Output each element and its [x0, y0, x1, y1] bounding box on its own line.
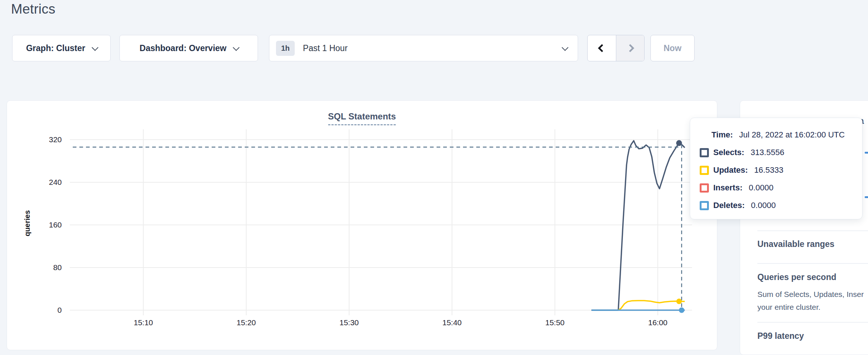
metrics-page: Metrics Graph: Cluster Dashboard: Overvi… — [0, 0, 868, 355]
time-range-selector[interactable]: 1h Past 1 Hour — [269, 35, 578, 61]
sidebar-divider — [757, 322, 868, 323]
x-tick-label: 16:00 — [632, 318, 684, 327]
x-tick-label: 15:30 — [323, 318, 375, 327]
x-tick-label: 15:40 — [426, 318, 478, 327]
prev-time-window-button[interactable] — [588, 35, 616, 61]
page-title: Metrics — [11, 1, 55, 17]
sidebar-divider — [757, 263, 868, 264]
tooltip-series-value: 16.5333 — [754, 165, 783, 175]
tooltip-time-row: Time: Jul 28, 2022 at 16:02:00 UTC — [700, 126, 862, 144]
time-window-nav — [587, 35, 645, 61]
time-range-label: Past 1 Hour — [303, 43, 347, 53]
dashboard-dropdown-label: Dashboard: Overview — [140, 43, 226, 53]
sql-statements-chart-card — [7, 100, 717, 350]
chevron-right-icon — [626, 44, 635, 53]
tooltip-series-label: Deletes: — [713, 201, 745, 210]
y-tick-label: 0 — [21, 305, 62, 316]
time-range-badge: 1h — [276, 41, 295, 56]
y-tick-label: 320 — [21, 134, 62, 145]
chevron-down-icon — [92, 44, 98, 51]
tooltip-series-value: 0.0000 — [751, 201, 776, 210]
next-time-window-button[interactable] — [616, 35, 644, 61]
x-tick-label: 15:10 — [118, 318, 169, 327]
y-tick-label: 240 — [21, 177, 62, 188]
chevron-down-icon — [233, 44, 240, 51]
chart-hover-tooltip: Time: Jul 28, 2022 at 16:02:00 UTC Selec… — [690, 118, 862, 219]
tooltip-series-label: Selects: — [713, 148, 744, 157]
deletes-legend-swatch-icon — [700, 201, 709, 210]
updates-legend-swatch-icon — [700, 166, 709, 175]
sidebar-description-line: Sum of Selects, Updates, Inser — [757, 290, 864, 299]
tooltip-series-row: Selects: 313.5556 — [700, 144, 862, 161]
tooltip-series-row: Inserts: 0.0000 — [700, 179, 862, 197]
graph-scope-dropdown-label: Graph: Cluster — [26, 43, 85, 53]
chevron-down-icon — [562, 44, 568, 51]
tooltip-time-value: Jul 28, 2022 at 16:02:00 UTC — [739, 130, 844, 140]
sidebar-heading-unavailable-ranges: Unavailable ranges — [757, 239, 835, 249]
now-button[interactable]: Now — [650, 35, 695, 61]
sidebar-heading-queries-per-second: Queries per second — [757, 272, 836, 282]
tooltip-series-label: Updates: — [713, 165, 748, 175]
dashboard-dropdown[interactable]: Dashboard: Overview — [119, 35, 258, 61]
chart-title-wrap: SQL Statements — [7, 111, 717, 125]
x-tick-label: 15:50 — [529, 318, 581, 327]
tooltip-series-row: Updates: 16.5333 — [700, 161, 862, 179]
chart-title[interactable]: SQL Statements — [328, 111, 396, 125]
tooltip-series-label: Inserts: — [713, 183, 742, 193]
sidebar-description-line: your entire cluster. — [757, 303, 821, 312]
chevron-left-icon — [598, 44, 606, 53]
now-button-label: Now — [664, 43, 682, 53]
inserts-legend-swatch-icon — [700, 183, 709, 193]
graph-scope-dropdown[interactable]: Graph: Cluster — [12, 35, 111, 61]
tooltip-series-row: Deletes: 0.0000 — [700, 197, 862, 214]
sidebar-divider — [757, 230, 868, 231]
clipped-link-fragment — [865, 152, 868, 154]
x-tick-label: 15:20 — [220, 318, 272, 327]
tooltip-series-value: 0.0000 — [749, 183, 773, 193]
tooltip-time-label: Time: — [711, 130, 733, 140]
tooltip-series-value: 313.5556 — [750, 148, 784, 157]
y-tick-label: 80 — [21, 262, 62, 273]
clipped-link-fragment — [865, 196, 868, 198]
sidebar-heading-p99-latency: P99 latency — [757, 331, 804, 341]
y-axis-title: queries — [23, 201, 32, 245]
selects-legend-swatch-icon — [700, 148, 709, 157]
